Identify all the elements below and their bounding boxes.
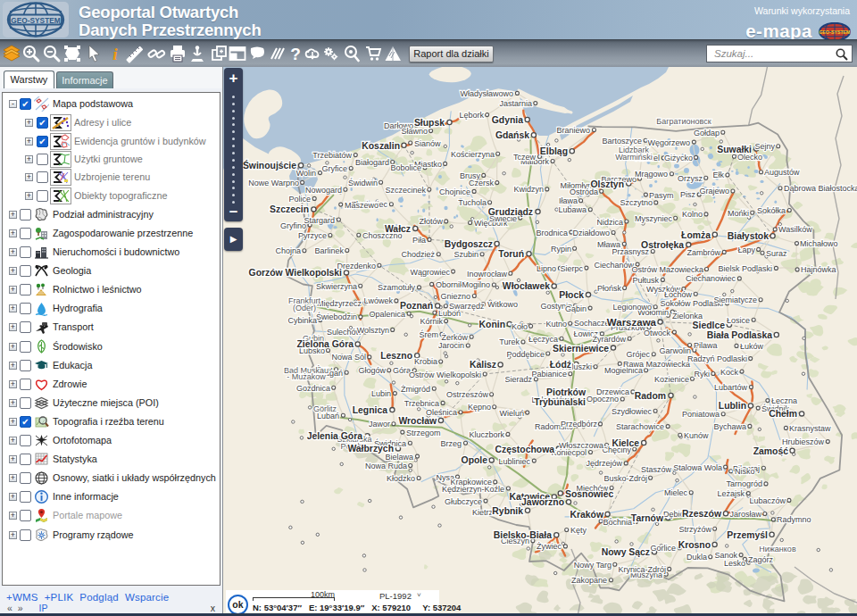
svg-text:Sławno: Sławno [401, 127, 428, 136]
svg-text:Pilawa: Pilawa [694, 341, 718, 350]
svg-text:Tczew: Tczew [513, 153, 537, 162]
svg-text:Bielsko-Biała: Bielsko-Biała [494, 530, 552, 540]
svg-text:Багратионовск: Багратионовск [656, 117, 711, 126]
svg-text:Tarnów: Tarnów [631, 513, 664, 523]
svg-text:Koniecpol: Koniecpol [551, 448, 587, 457]
svg-text:Olsztyn: Olsztyn [590, 179, 624, 189]
svg-text:Grajewo: Grajewo [699, 187, 729, 196]
svg-text:Mrągowo: Mrągowo [635, 170, 668, 179]
svg-text:Kietrz: Kietrz [472, 508, 494, 517]
svg-text:Białogard: Białogard [355, 158, 389, 167]
svg-text:Gdynia: Gdynia [492, 115, 523, 125]
svg-text:Złotów: Złotów [419, 217, 443, 226]
svg-text:Cybinka: Cybinka [287, 316, 317, 325]
svg-text:Stalowa Wola: Stalowa Wola [673, 463, 722, 472]
svg-text:Giżycko: Giżycko [664, 154, 693, 162]
svg-text:Głubczyce: Głubczyce [445, 497, 482, 506]
svg-text:Kwidzyn: Kwidzyn [513, 185, 544, 194]
svg-text:Warszawa: Warszawa [607, 317, 657, 328]
svg-text:Wałbrzych: Wałbrzych [347, 444, 394, 454]
svg-text:Lubliniec: Lubliniec [498, 457, 530, 466]
svg-text:Nisko: Nisko [735, 467, 755, 476]
svg-text:Jarosław: Jarosław [729, 510, 761, 519]
svg-text:Poznań: Poznań [400, 301, 433, 311]
svg-text:Bychawa: Bychawa [713, 422, 746, 431]
svg-text:Przemyśl: Przemyśl [727, 530, 768, 540]
svg-text:Gryfino: Gryfino [280, 221, 306, 230]
svg-text:Zambrów: Zambrów [686, 248, 720, 257]
svg-text:Wolin: Wolin [296, 169, 316, 178]
svg-text:Gozdnica: Gozdnica [296, 384, 330, 393]
svg-text:Wałcz: Wałcz [385, 224, 411, 234]
svg-text:Radymno: Radymno [777, 515, 811, 524]
svg-text:Trzebiatów: Trzebiatów [312, 151, 352, 160]
svg-text:Bielsk Podlaski: Bielsk Podlaski [718, 264, 772, 273]
svg-text:Legnica: Legnica [353, 405, 387, 415]
svg-text:Pasym: Pasym [649, 191, 674, 200]
svg-text:Radzyń Podlaski: Radzyń Podlaski [687, 354, 747, 363]
svg-text:Grudziądz: Grudziądz [488, 207, 533, 217]
svg-text:Wieluń: Wieluń [499, 409, 524, 418]
svg-text:Żyrardów: Żyrardów [592, 335, 626, 344]
svg-text:Kępno: Kępno [468, 403, 491, 412]
svg-text:Ostrołęka: Ostrołęka [641, 240, 684, 250]
svg-text:Wrocław: Wrocław [398, 416, 437, 426]
svg-text:Biała Podlaska: Biała Podlaska [707, 330, 773, 340]
svg-text:Wągrowiec: Wągrowiec [410, 268, 450, 277]
svg-text:Głogów: Głogów [358, 366, 386, 375]
svg-text:Gdańsk: Gdańsk [495, 130, 529, 140]
svg-text:Ryki: Ryki [695, 370, 711, 379]
svg-text:Płock: Płock [559, 290, 584, 300]
svg-text:Łochów: Łochów [664, 290, 693, 299]
svg-text:Bochnia: Bochnia [603, 518, 632, 527]
svg-text:Michałowo: Michałowo [800, 239, 838, 248]
svg-text:Nowy Sącz: Nowy Sącz [602, 547, 650, 557]
svg-text:Lubin: Lubin [371, 389, 391, 398]
svg-text:Busko-Zdrój: Busko-Zdrój [603, 474, 647, 483]
svg-text:Zielona Góra: Zielona Góra [296, 339, 354, 349]
svg-text:Kęty: Kęty [570, 526, 587, 535]
svg-text:Wolsztyn: Wolsztyn [357, 326, 389, 335]
svg-text:Łosice: Łosice [727, 316, 750, 325]
svg-text:Krosno: Krosno [678, 540, 711, 550]
svg-text:Elbląg: Elbląg [540, 146, 568, 156]
svg-text:Tarnogród: Tarnogród [726, 479, 762, 488]
svg-text:Kalisz: Kalisz [470, 360, 496, 370]
svg-text:Opalenica: Opalenica [369, 310, 405, 319]
svg-text:Kórnik: Kórnik [420, 317, 443, 326]
svg-text:Bobolice: Bobolice [390, 163, 421, 172]
svg-text:Drzewica: Drzewica [596, 387, 629, 396]
svg-text:Żmigród: Żmigród [401, 385, 430, 394]
svg-text:Kraków: Kraków [570, 510, 603, 520]
svg-text:Świnoujście: Świnoujście [243, 160, 296, 171]
svg-text:Kielce: Kielce [612, 438, 639, 448]
svg-text:Czersk: Czersk [469, 179, 495, 187]
svg-text:?: ? [290, 45, 301, 63]
svg-text:Nowa Ruda: Nowa Ruda [365, 462, 407, 470]
svg-text:Krynica-Zdrój: Krynica-Zdrój [618, 565, 666, 574]
svg-text:Sosnowiec: Sosnowiec [565, 489, 613, 499]
svg-text:Ciechanowiec: Ciechanowiec [686, 274, 736, 283]
svg-text:Pyrzyce: Pyrzyce [298, 231, 327, 240]
svg-text:i: i [112, 45, 118, 63]
svg-text:Rypin: Rypin [551, 245, 571, 254]
svg-text:Warmiński: Warmiński [615, 153, 653, 162]
svg-text:Gryfice: Gryfice [321, 164, 347, 173]
svg-text:Białystok: Białystok [728, 231, 769, 241]
svg-text:Łapy: Łapy [737, 246, 755, 254]
svg-text:Szubin: Szubin [453, 250, 478, 259]
svg-text:Słupsk: Słupsk [414, 118, 445, 128]
svg-text:Kunów: Kunów [684, 431, 709, 440]
svg-text:Radom: Radom [635, 391, 666, 401]
svg-text:Mogilno: Mogilno [462, 280, 490, 289]
svg-text:Łódź: Łódź [550, 360, 571, 370]
svg-text:Garwolin: Garwolin [659, 346, 691, 355]
svg-text:Śrem: Śrem [419, 329, 438, 339]
svg-text:Węgorzewo: Węgorzewo [647, 138, 690, 147]
svg-text:Ełk: Ełk [712, 171, 724, 179]
svg-text:Staszów: Staszów [641, 465, 672, 474]
svg-text:Sieradz: Sieradz [504, 375, 532, 384]
svg-text:Poddębice: Poddębice [506, 350, 545, 359]
svg-text:Krobia: Krobia [414, 357, 437, 366]
svg-text:Lesko: Lesko [724, 559, 745, 568]
